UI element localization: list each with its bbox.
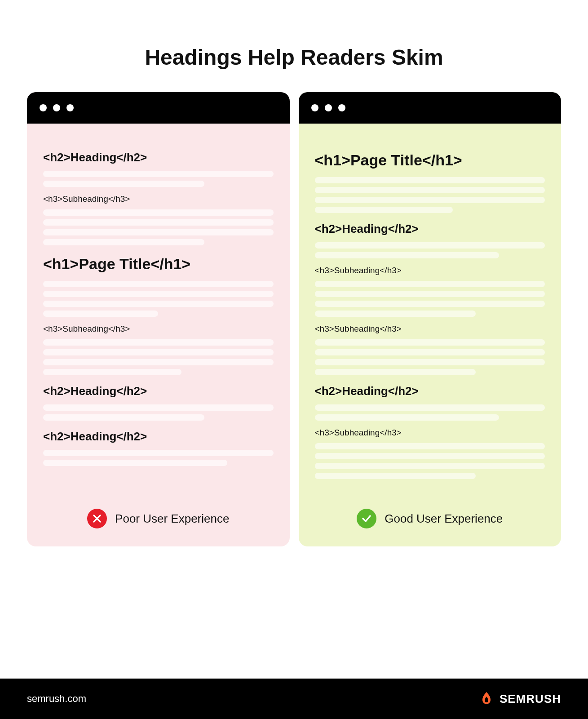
panel-good: <h1>Page Title</h1><h2>Heading</h2><h3>S… (299, 92, 561, 546)
panel-poor: <h2>Heading</h2><h3>Subheading</h3><h1>P… (27, 92, 290, 546)
text-placeholder-bar (43, 311, 158, 317)
verdict-row: Good User Experience (299, 496, 561, 546)
text-placeholder-bar (315, 414, 499, 421)
heading-sample-h3: <h3>Subheading</h3> (315, 428, 545, 438)
heading-sample-h2: <h2>Heading</h2> (315, 222, 545, 236)
text-placeholder-bar (315, 349, 545, 355)
browser-titlebar (299, 92, 561, 124)
text-placeholder-bar (315, 311, 476, 317)
text-placeholder-bar (43, 339, 274, 346)
text-placeholder-bar (43, 291, 274, 297)
footer-url: semrush.com (27, 693, 86, 705)
text-placeholder-bar (43, 301, 274, 307)
window-dot-icon (53, 104, 60, 111)
text-placeholder-bar (315, 291, 545, 297)
footer-bar: semrush.com SEMRUSH (0, 679, 588, 719)
text-placeholder-bar (315, 473, 476, 479)
text-placeholder-bar (315, 301, 545, 307)
heading-sample-h2: <h2>Heading</h2> (43, 384, 274, 398)
flame-icon (479, 691, 494, 706)
text-placeholder-bar (43, 229, 274, 235)
text-placeholder-bar (43, 414, 204, 421)
text-placeholder-bar (315, 443, 545, 449)
window-dot-icon (311, 104, 318, 111)
verdict-row: Poor User Experience (27, 496, 290, 546)
text-placeholder-bar (315, 207, 453, 213)
text-placeholder-bar (43, 369, 181, 375)
text-placeholder-bar (315, 404, 545, 411)
heading-sample-h3: <h3>Subheading</h3> (43, 324, 274, 334)
panel-body: <h2>Heading</h2><h3>Subheading</h3><h1>P… (27, 124, 290, 496)
brand-logo: SEMRUSH (479, 691, 561, 706)
heading-sample-h1: <h1>Page Title</h1> (43, 255, 274, 273)
heading-sample-h1: <h1>Page Title</h1> (315, 151, 545, 169)
text-placeholder-bar (43, 171, 274, 177)
x-icon (87, 509, 107, 528)
text-placeholder-bar (315, 359, 545, 365)
text-placeholder-bar (43, 359, 274, 365)
heading-sample-h3: <h3>Subheading</h3> (315, 266, 545, 275)
panels-row: <h2>Heading</h2><h3>Subheading</h3><h1>P… (0, 70, 588, 546)
text-placeholder-bar (315, 187, 545, 193)
text-placeholder-bar (315, 252, 499, 258)
heading-sample-h2: <h2>Heading</h2> (315, 384, 545, 398)
text-placeholder-bar (43, 219, 274, 226)
text-placeholder-bar (43, 404, 274, 411)
heading-sample-h3: <h3>Subheading</h3> (43, 194, 274, 204)
heading-sample-h2: <h2>Heading</h2> (43, 151, 274, 164)
text-placeholder-bar (43, 349, 274, 355)
infographic-canvas: Headings Help Readers Skim <h2>Heading</… (0, 0, 588, 719)
text-placeholder-bar (315, 463, 545, 469)
heading-sample-h3: <h3>Subheading</h3> (315, 324, 545, 334)
text-placeholder-bar (315, 281, 545, 287)
text-placeholder-bar (315, 242, 545, 249)
text-placeholder-bar (43, 209, 274, 216)
window-dot-icon (40, 104, 47, 111)
text-placeholder-bar (43, 281, 274, 287)
brand-text: SEMRUSH (500, 692, 561, 706)
verdict-label: Good User Experience (385, 512, 503, 526)
verdict-label: Poor User Experience (115, 512, 229, 526)
heading-sample-h2: <h2>Heading</h2> (43, 430, 274, 444)
text-placeholder-bar (43, 450, 274, 456)
text-placeholder-bar (315, 197, 545, 203)
window-dot-icon (338, 104, 345, 111)
text-placeholder-bar (43, 460, 227, 466)
panel-body: <h1>Page Title</h1><h2>Heading</h2><h3>S… (299, 124, 561, 496)
page-title: Headings Help Readers Skim (0, 0, 588, 70)
text-placeholder-bar (43, 181, 204, 187)
text-placeholder-bar (315, 453, 545, 459)
window-dot-icon (325, 104, 332, 111)
text-placeholder-bar (315, 339, 545, 346)
text-placeholder-bar (315, 177, 545, 183)
window-dot-icon (66, 104, 74, 111)
text-placeholder-bar (43, 239, 204, 245)
browser-titlebar (27, 92, 290, 124)
check-icon (357, 509, 376, 528)
text-placeholder-bar (315, 369, 476, 375)
